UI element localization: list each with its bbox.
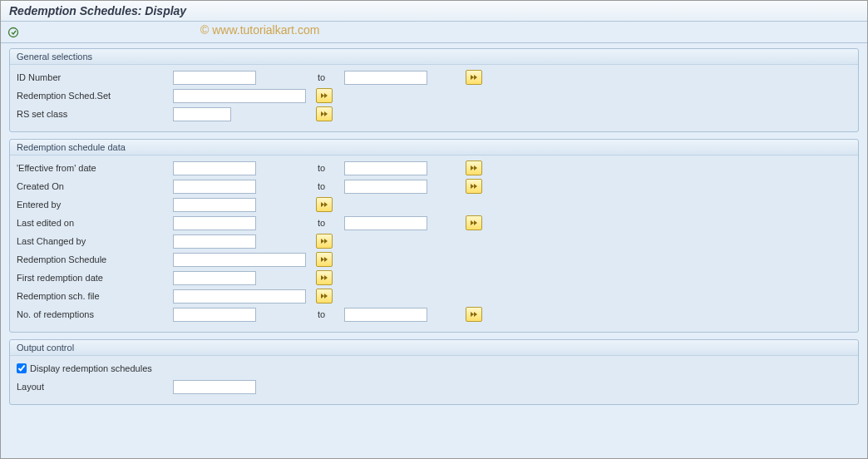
to-label: to [314, 181, 344, 191]
label-display-schedules[interactable]: Display redemption schedules [30, 363, 152, 373]
svg-point-0 [9, 27, 18, 37]
row-redemption-sch-file: Redemption sch. file [12, 287, 856, 305]
group-header-general: General selections [10, 49, 858, 65]
group-output-control: Output control Display redemption schedu… [9, 339, 859, 405]
input-entered-by[interactable] [173, 198, 256, 212]
content-area: General selections ID Number to Redempti… [1, 43, 867, 459]
row-display-redemption-schedules: Display redemption schedules [12, 359, 856, 378]
row-no-of-redemptions: No. of redemptions to [12, 305, 856, 323]
multi-select-rs-set-class[interactable] [316, 106, 333, 121]
input-rs-set-class[interactable] [173, 107, 231, 121]
input-redemption-sched-set[interactable] [173, 89, 306, 103]
input-no-of-redemptions-low[interactable] [173, 308, 256, 322]
row-effective-from: 'Effective from' date to [12, 159, 856, 177]
multi-select-entered-by[interactable] [316, 197, 333, 212]
row-id-number: ID Number to [12, 68, 856, 86]
row-rs-set-class: RS set class [12, 105, 856, 123]
input-effective-from-low[interactable] [173, 161, 256, 175]
label-entered-by: Entered by [12, 200, 173, 210]
row-created-on: Created On to [12, 177, 856, 195]
multi-select-id-number[interactable] [466, 70, 482, 85]
label-redemption-sched-set: Redemption Sched.Set [12, 91, 173, 101]
title-bar: Redemption Schedules: Display [1, 1, 867, 22]
label-effective-from: 'Effective from' date [12, 163, 173, 173]
to-label: to [314, 309, 344, 319]
row-layout: Layout [12, 378, 856, 396]
input-id-number-from[interactable] [173, 71, 256, 85]
label-last-changed-by: Last Changed by [12, 236, 173, 246]
to-label: to [314, 218, 344, 228]
input-layout[interactable] [173, 380, 256, 394]
input-effective-from-high[interactable] [344, 161, 427, 175]
group-header-schedule: Redemption schedule data [10, 140, 858, 155]
label-created-on: Created On [12, 181, 173, 191]
label-redemption-sch-file: Redemption sch. file [12, 291, 173, 301]
input-id-number-to[interactable] [344, 71, 427, 85]
label-rs-set-class: RS set class [12, 109, 173, 119]
to-label: to [314, 163, 344, 173]
checkbox-display-schedules[interactable] [17, 363, 27, 373]
label-no-of-redemptions: No. of redemptions [12, 309, 173, 319]
group-redemption-schedule-data: Redemption schedule data 'Effective from… [9, 139, 859, 333]
execute-icon[interactable] [7, 27, 19, 38]
input-last-changed-by[interactable] [173, 234, 256, 249]
input-no-of-redemptions-high[interactable] [344, 308, 427, 322]
row-redemption-sched-set: Redemption Sched.Set [12, 86, 856, 105]
input-first-redemption-date[interactable] [173, 271, 256, 285]
input-created-on-high[interactable] [344, 180, 427, 194]
multi-select-effective-from[interactable] [466, 160, 482, 175]
input-created-on-low[interactable] [173, 180, 256, 194]
row-first-redemption-date: First redemption date [12, 269, 856, 287]
input-redemption-schedule[interactable] [173, 253, 306, 267]
toolbar: © www.tutorialkart.com [1, 22, 867, 43]
input-last-edited-on-low[interactable] [173, 216, 256, 230]
multi-select-redemption-sch-file[interactable] [316, 289, 333, 304]
label-redemption-schedule: Redemption Schedule [12, 254, 173, 264]
page-title: Redemption Schedules: Display [9, 4, 859, 17]
label-id-number: ID Number [12, 72, 173, 82]
multi-select-no-of-redemptions[interactable] [466, 307, 482, 322]
row-last-changed-by: Last Changed by [12, 232, 856, 250]
multi-select-created-on[interactable] [466, 179, 482, 194]
label-first-redemption-date: First redemption date [12, 273, 173, 283]
row-entered-by: Entered by [12, 195, 856, 214]
multi-select-last-edited-on[interactable] [466, 215, 482, 230]
to-label: to [314, 72, 344, 82]
multi-select-redemption-schedule[interactable] [316, 252, 333, 267]
label-last-edited-on: Last edited on [12, 218, 173, 228]
input-last-edited-on-high[interactable] [344, 216, 427, 230]
group-header-output: Output control [10, 340, 858, 356]
multi-select-last-changed-by[interactable] [316, 234, 333, 249]
input-redemption-sch-file[interactable] [173, 289, 306, 304]
multi-select-redemption-sched-set[interactable] [316, 88, 333, 103]
watermark: © www.tutorialkart.com [200, 23, 319, 37]
multi-select-first-redemption-date[interactable] [316, 270, 333, 285]
group-general-selections: General selections ID Number to Redempti… [9, 48, 859, 132]
row-redemption-schedule: Redemption Schedule [12, 250, 856, 269]
row-last-edited-on: Last edited on to [12, 214, 856, 232]
label-layout: Layout [12, 382, 173, 392]
